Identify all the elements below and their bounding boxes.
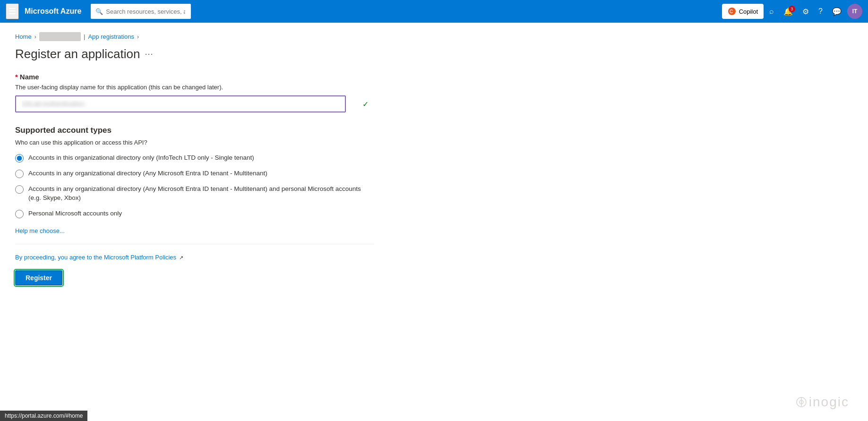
status-bar: https://portal.azure.com/#home xyxy=(0,411,87,421)
required-star: * xyxy=(15,73,18,81)
svg-text:C: C xyxy=(730,9,733,14)
topbar: ☰ Microsoft Azure 🔍 C Copilot xyxy=(0,0,868,23)
radio-item-single-tenant[interactable]: Accounts in this organizational director… xyxy=(15,154,374,163)
search-icon: 🔍 xyxy=(95,8,103,15)
search-input[interactable] xyxy=(91,4,191,19)
radio-multitenant[interactable] xyxy=(15,170,24,178)
radio-label-multitenant: Accounts in any organizational directory… xyxy=(28,169,267,178)
app-title: Microsoft Azure xyxy=(25,7,81,16)
settings-button[interactable]: ⚙ xyxy=(799,5,813,18)
notification-count-badge: 3 xyxy=(789,6,795,12)
name-field-label: *Name xyxy=(15,73,374,81)
policy-text: By proceeding, you agree to the Microsof… xyxy=(15,254,374,261)
feedback-button[interactable]: 💬 xyxy=(828,5,845,18)
topbar-actions: C Copilot ⌕ 🔔 3 ⚙ ? 💬 IT xyxy=(722,4,862,19)
breadcrumb-sep-2: › xyxy=(137,34,139,40)
radio-single-tenant[interactable] xyxy=(15,154,24,163)
feedback-icon: 💬 xyxy=(832,7,842,16)
external-link-icon: ↗ xyxy=(179,255,183,260)
radio-personal-only[interactable] xyxy=(15,210,24,218)
watermark: inogic xyxy=(796,395,849,410)
radio-label-multitenant-personal: Accounts in any organizational directory… xyxy=(28,185,374,203)
breadcrumb-app-reg-link[interactable]: App registrations xyxy=(88,33,134,40)
account-types-section: Supported account types Who can use this… xyxy=(15,126,374,234)
breadcrumb-home-link[interactable]: Home xyxy=(15,33,32,40)
copilot-label: Copilot xyxy=(739,8,758,15)
name-field-description: The user-facing display name for this ap… xyxy=(15,84,374,91)
main-content: Home › InfoTech LTD | App registrations … xyxy=(0,23,868,421)
checkmark-icon: ✓ xyxy=(362,100,369,109)
breadcrumb-sep-1: › xyxy=(34,34,36,40)
search-wrapper: 🔍 xyxy=(91,4,355,19)
radio-label-personal-only: Personal Microsoft accounts only xyxy=(28,209,122,218)
help-me-choose-link[interactable]: Help me choose... xyxy=(15,227,65,234)
question-icon: ? xyxy=(818,7,823,16)
breadcrumb: Home › InfoTech LTD | App registrations … xyxy=(15,32,853,41)
radio-label-single-tenant: Accounts in this organizational director… xyxy=(28,154,254,163)
register-app-form: *Name The user-facing display name for t… xyxy=(15,73,374,285)
account-types-radio-group: Accounts in this organizational director… xyxy=(15,154,374,218)
page-title: Register an application xyxy=(15,47,140,61)
copilot-icon: C xyxy=(728,7,736,16)
app-name-input[interactable] xyxy=(15,95,346,112)
gear-icon: ⚙ xyxy=(802,7,809,16)
radio-item-multitenant-personal[interactable]: Accounts in any organizational directory… xyxy=(15,185,374,203)
help-button[interactable]: ? xyxy=(815,5,826,17)
hamburger-menu-button[interactable]: ☰ xyxy=(6,3,19,19)
avatar-initials: IT xyxy=(852,8,858,15)
cloud-shell-icon: ⌕ xyxy=(769,7,774,16)
radio-multitenant-personal[interactable] xyxy=(15,185,24,194)
section-divider xyxy=(15,244,374,244)
copilot-button[interactable]: C Copilot xyxy=(722,4,764,19)
breadcrumb-tenant[interactable]: InfoTech LTD xyxy=(39,32,81,41)
register-button[interactable]: Register xyxy=(15,270,62,285)
breadcrumb-pipe: | xyxy=(84,33,85,40)
name-input-wrapper: ✓ xyxy=(15,95,374,112)
account-types-heading: Supported account types xyxy=(15,126,374,135)
page-title-more-button[interactable]: ··· xyxy=(145,49,154,59)
avatar[interactable]: IT xyxy=(847,4,862,19)
status-url: https://portal.azure.com/#home xyxy=(5,412,83,419)
notifications-button[interactable]: 🔔 3 xyxy=(780,5,797,18)
name-field-section: *Name The user-facing display name for t… xyxy=(15,73,374,112)
radio-item-multitenant[interactable]: Accounts in any organizational directory… xyxy=(15,169,374,178)
radio-item-personal-only[interactable]: Personal Microsoft accounts only xyxy=(15,209,374,218)
watermark-text: inogic xyxy=(809,395,849,410)
page-title-row: Register an application ··· xyxy=(15,47,853,61)
policy-link[interactable]: By proceeding, you agree to the Microsof… xyxy=(15,254,176,261)
account-types-subtext: Who can use this application or access t… xyxy=(15,139,374,146)
watermark-logo-icon xyxy=(796,396,807,408)
cloud-shell-button[interactable]: ⌕ xyxy=(765,5,778,17)
